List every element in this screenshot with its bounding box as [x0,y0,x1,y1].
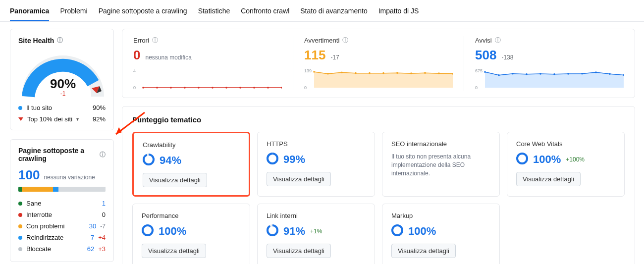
svg-point-8 [225,87,227,89]
pages-stat-row: Interrotte0 [18,209,106,220]
tile-seo-internazionale: SEO internazionaleIl tuo sito non presen… [382,132,500,197]
metric-label: Errori [133,37,149,44]
svg-point-7 [212,87,214,89]
metric-label: Avvisi [475,37,492,44]
tile-delta: +1% [310,228,322,235]
svg-point-23 [424,72,426,74]
legend-row: Top 10% dei siti▾92% [18,115,106,123]
stat-label: Bloccate [26,245,51,253]
stat-value: 1 [102,200,106,207]
tile-pct: 100% [159,225,186,238]
view-details-button[interactable]: Visualizza dettagli [267,172,331,186]
tile-title: Performance [142,212,241,219]
stat-value: 30 [89,222,96,230]
tile-pct: 94% [160,154,181,167]
svg-point-22 [410,72,412,74]
stat-label: Con problemi [26,222,64,230]
svg-point-46 [268,154,277,163]
summary-avvisi: Avvisiⓘ508-1380675 [464,36,635,91]
info-icon[interactable]: ⓘ [342,36,348,45]
svg-point-9 [239,87,241,89]
tab-confronto-crawl[interactable]: Confronto crawl [241,4,289,21]
svg-point-12 [281,87,282,89]
svg-point-16 [327,73,329,75]
pages-stat-row: Sane1 [18,198,106,209]
svg-point-6 [198,87,200,89]
view-details-button[interactable]: Visualizza dettagli [516,172,581,186]
summary-errori: Erroriⓘ0nessuna modifica04 [122,36,293,91]
svg-point-5 [184,87,186,89]
svg-point-15 [313,71,315,73]
svg-point-29 [498,74,500,76]
info-icon[interactable]: ⓘ [495,36,501,45]
tab-panoramica[interactable]: Panoramica [10,4,49,21]
svg-point-24 [438,72,440,74]
dot-icon [18,106,22,110]
svg-point-4 [170,87,172,89]
svg-text:139: 139 [304,68,312,73]
legend-value: 92% [93,115,106,123]
tab-stato-di-avanzamento[interactable]: Stato di avanzamento [300,4,367,21]
tile-title: Markup [391,212,490,219]
view-details-button[interactable]: Visualizza dettagli [143,173,207,187]
dot-icon [18,213,22,217]
stat-delta: -7 [100,223,106,230]
svg-point-50 [143,225,153,235]
svg-point-21 [396,72,398,74]
info-icon[interactable]: ⓘ [152,36,158,45]
pages-sub: nessuna variazione [44,174,95,181]
svg-point-48 [517,154,527,163]
legend-label: Il tuo sito [26,104,52,111]
view-details-button[interactable]: Visualizza dettagli [267,244,331,258]
pages-bar [18,187,106,192]
pages-title: Pagine sottoposte a crawling [18,147,97,162]
info-icon[interactable]: ⓘ [57,36,63,45]
tab-problemi[interactable]: Problemi [60,4,87,21]
pages-stat-row: Bloccate62 +3 [18,243,106,255]
tile-title: Core Web Vitals [516,140,615,148]
tile-pct: 100% [533,153,561,166]
thematic-section: Punteggio tematico Crawlability94%Visual… [122,106,635,264]
issue-summary-row: Erroriⓘ0nessuna modifica04Avvertimentiⓘ1… [122,29,635,98]
svg-point-34 [567,73,569,75]
svg-point-32 [539,73,541,75]
donut-icon [142,224,154,238]
svg-marker-44 [116,127,122,134]
view-details-button[interactable]: Visualizza dettagli [391,244,456,258]
tile-link-interni: Link interni91%+1%Visualizza dettagli [257,204,375,264]
pages-stat-row: Con problemi30 -7 [18,220,106,232]
summary-avvertimenti: Avvertimentiⓘ115-170139 [293,36,464,91]
svg-point-19 [369,72,371,74]
donut-icon [516,153,528,166]
pages-count: 100 [18,167,40,183]
dot-icon [18,224,22,228]
view-details-button[interactable]: Visualizza dettagli [142,244,206,258]
stat-value: 7 [91,234,94,241]
svg-point-17 [341,71,343,73]
metric-value: 0 [133,48,140,63]
donut-icon [267,153,278,166]
tab-impatto-di-js[interactable]: Impatto di JS [378,4,419,21]
svg-point-30 [512,73,514,75]
stat-delta: +4 [98,234,106,241]
tile-pct: 91% [283,225,305,238]
gauge-value: 90% [18,76,107,92]
tab-statistiche[interactable]: Statistiche [198,4,230,21]
tile-core-web-vitals: Core Web Vitals100%+100%Visualizza detta… [507,132,625,197]
info-icon[interactable]: ⓘ [100,151,106,159]
svg-point-33 [553,73,555,75]
svg-point-28 [484,71,486,73]
chevron-down-icon[interactable]: ▾ [76,116,79,122]
stat-delta: +3 [98,245,106,253]
sparkline: 0139 [304,68,453,91]
tab-pagine-sottoposte-a-crawling[interactable]: Pagine sottoposte a crawling [99,4,187,21]
svg-point-3 [156,87,158,89]
legend-value: 90% [93,104,106,111]
tile-delta: +100% [566,156,585,163]
svg-point-11 [267,87,269,89]
stat-value: 62 [87,245,94,253]
legend-row: Il tuo sito90% [18,104,106,111]
tile-title: SEO internazionale [391,140,490,148]
tile-title: HTTPS [267,140,366,148]
stat-label: Interrotte [26,211,52,218]
